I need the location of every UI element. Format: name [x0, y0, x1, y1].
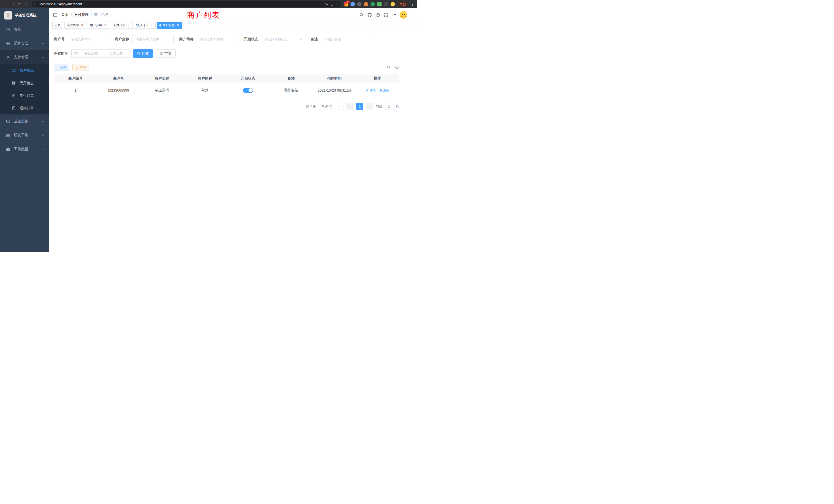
remark-input[interactable]	[321, 35, 369, 43]
breadcrumb-home[interactable]: 首页	[61, 13, 69, 17]
close-icon[interactable]: ×	[150, 24, 153, 27]
page-size-select[interactable]: 10条/页	[319, 102, 344, 110]
extension-icon[interactable]	[371, 2, 375, 6]
tab-label: 用户分组	[90, 23, 102, 27]
sidebar-item-label: 支付管理	[14, 55, 42, 60]
breadcrumb-current: 商户信息	[94, 13, 109, 17]
page-number-button[interactable]: 1	[356, 102, 363, 110]
extension-icon[interactable]	[357, 2, 361, 6]
tab-process-form[interactable]: 流程表单 ×	[64, 22, 86, 29]
prev-page-button[interactable]: ‹	[346, 102, 354, 110]
extension-icon[interactable]	[364, 2, 368, 6]
table-header: 商户编号 商户号 商户全称 商户简称 开启状态 备注 创建时间 操作	[54, 74, 399, 83]
font-size-icon[interactable]: TT	[392, 13, 396, 17]
browser-update-button[interactable]: 更新	[397, 1, 409, 7]
help-icon[interactable]: ?	[376, 13, 380, 17]
column-header: 操作	[356, 76, 399, 81]
tab-refund-order[interactable]: 退款订单 ×	[134, 22, 156, 29]
hamburger-icon[interactable]	[53, 13, 57, 17]
cell-merchant-no: M233666999	[97, 88, 140, 92]
bookmark-star-icon[interactable]: ☆	[336, 2, 339, 6]
logo-rabbit-icon	[4, 11, 12, 20]
dashboard-icon	[5, 28, 11, 31]
close-icon[interactable]: ×	[104, 24, 107, 27]
column-header: 商户编号	[54, 76, 97, 81]
url-text[interactable]: localhost:1024/pay/merchant	[40, 2, 322, 6]
goto-prefix: 前往	[376, 104, 382, 109]
fullscreen-icon[interactable]	[384, 13, 388, 17]
sidebar-item-home[interactable]: 首页	[0, 23, 49, 37]
date-range-picker[interactable]: 开始日期 - 结束日期	[71, 49, 130, 58]
delete-button[interactable]: 删除	[379, 88, 389, 93]
payment-submenu: 商户信息 应用信息 支付订单	[0, 64, 49, 114]
password-key-icon[interactable]	[324, 2, 328, 6]
github-icon[interactable]	[368, 13, 372, 17]
chevron-down-icon[interactable]	[411, 13, 413, 16]
reset-button[interactable]: 重置	[156, 49, 176, 58]
page-content: 商户号 商户全称 商户简称 开启状态 请选择开启状态	[49, 29, 417, 252]
extension-icon[interactable]	[351, 2, 355, 6]
tab-home[interactable]: 首页	[52, 22, 63, 29]
goto-page-input[interactable]	[384, 102, 394, 110]
browser-forward-icon[interactable]: →	[9, 1, 16, 7]
extension-icon[interactable]	[377, 2, 381, 6]
browser-home-icon[interactable]: ⌂	[23, 1, 29, 7]
close-icon[interactable]: ×	[127, 24, 130, 27]
next-page-button[interactable]: ›	[366, 102, 373, 110]
sidebar-item-workflow[interactable]: 工作流程	[0, 142, 49, 156]
search-icon[interactable]	[359, 13, 364, 17]
merchant-no-input[interactable]	[68, 35, 109, 43]
sidebar-item-infrastructure[interactable]: 基础设施	[0, 114, 49, 128]
profile-avatar-icon[interactable]	[391, 2, 395, 6]
search-button[interactable]: 搜索	[133, 49, 153, 58]
close-icon[interactable]: ×	[176, 24, 180, 27]
tab-label: 首页	[55, 23, 61, 27]
browser-back-icon[interactable]: ←	[3, 1, 9, 7]
extension-icon[interactable]: 10	[344, 2, 348, 6]
toggle-search-icon[interactable]	[387, 65, 391, 69]
full-name-input[interactable]	[132, 35, 174, 43]
site-info-icon[interactable]: ⓘ	[35, 2, 38, 6]
close-icon[interactable]: ×	[80, 24, 84, 27]
sidebar-item-dev-tools[interactable]: 研发工具	[0, 128, 49, 142]
tab-label: 退款订单	[136, 23, 148, 27]
tab-merchant-info[interactable]: 商户信息 ×	[157, 22, 182, 29]
merchant-table: 商户编号 商户号 商户全称 商户简称 开启状态 备注 创建时间 操作 1 M23…	[54, 74, 399, 98]
status-toggle[interactable]	[243, 88, 253, 93]
sidebar-item-merchant-info[interactable]: 商户信息	[0, 64, 49, 77]
tab-user-group[interactable]: 用户分组 ×	[88, 22, 109, 29]
export-button[interactable]: 导出	[72, 64, 89, 71]
share-icon[interactable]	[330, 2, 334, 6]
breadcrumb-payment[interactable]: 支付管理	[74, 13, 89, 17]
sidebar-item-pay-order[interactable]: 支付订单	[0, 89, 49, 102]
main-area: 首页 / 支付管理 / 商户信息 商户列表	[49, 8, 417, 252]
user-avatar[interactable]	[399, 11, 407, 19]
breadcrumb-separator: /	[71, 13, 72, 17]
sidebar-item-system[interactable]: 系统管理	[0, 37, 49, 50]
goto-suffix: 页	[396, 104, 399, 109]
browser-reload-icon[interactable]: ⟳	[16, 1, 23, 7]
sidebar-item-app-info[interactable]: 应用信息	[0, 77, 49, 89]
gear-icon	[5, 42, 11, 45]
create-time-label: 创建时间	[54, 51, 71, 56]
sidebar-item-refund-order[interactable]: 退款订单	[0, 102, 49, 114]
cell-full-name: 芋道源码	[140, 88, 183, 93]
cell-short-name: 芋艿	[183, 88, 226, 93]
address-bar[interactable]: ⓘ localhost:1024/pay/merchant ☆	[32, 1, 341, 7]
extension-icon[interactable]	[384, 2, 388, 6]
browser-menu-icon[interactable]: ⋮	[411, 2, 414, 6]
table-row: 1 M233666999 芋道源码 芋艿 我是备注 2021-10-23 08:…	[54, 83, 399, 98]
delete-button-label: 删除	[383, 88, 389, 93]
short-name-input[interactable]	[197, 35, 238, 43]
tab-label: 支付订单	[113, 23, 125, 27]
sidebar-item-payment[interactable]: ¥ 支付管理	[0, 50, 49, 64]
refresh-icon[interactable]	[395, 65, 399, 69]
toolbox-icon	[5, 134, 11, 137]
tab-pay-order[interactable]: 支付订单 ×	[111, 22, 132, 29]
status-select[interactable]: 请选择开启状态	[261, 35, 305, 43]
app-logo[interactable]: 芋道管理系统	[0, 8, 49, 23]
sidebar-item-label: 工作流程	[14, 147, 42, 152]
edit-button[interactable]: 修改	[366, 88, 376, 93]
plus-icon: +	[57, 65, 59, 69]
add-button[interactable]: + 新增	[54, 64, 69, 71]
